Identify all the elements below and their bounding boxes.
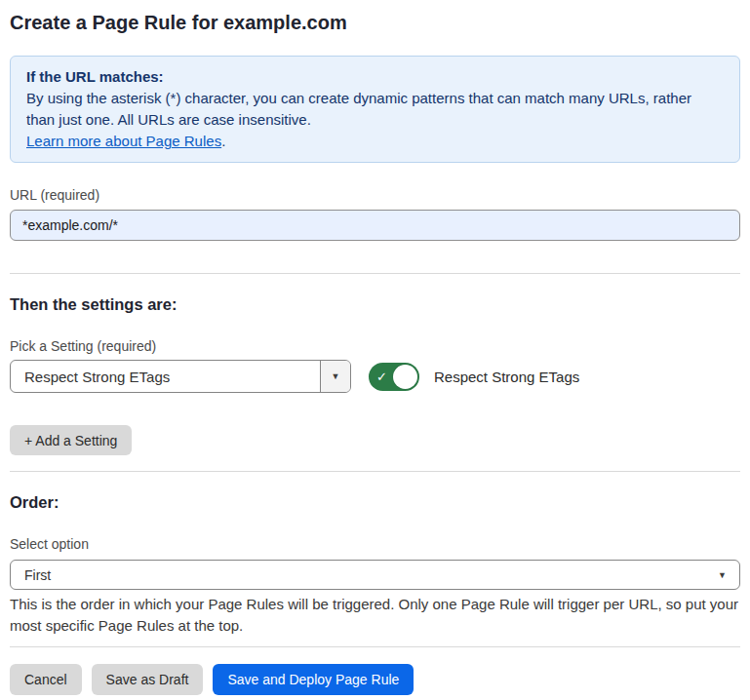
action-buttons: Cancel Save as Draft Save and Deploy Pag… <box>10 664 740 695</box>
page-title: Create a Page Rule for example.com <box>10 10 740 35</box>
add-setting-button[interactable]: + Add a Setting <box>10 425 132 455</box>
settings-section-heading: Then the settings are: <box>10 294 740 314</box>
section-divider <box>10 471 740 472</box>
url-field-label: URL (required) <box>10 186 740 204</box>
footer-divider <box>10 646 740 647</box>
chevron-down-icon: ▼ <box>332 372 340 381</box>
setting-select-value: Respect Strong ETags <box>11 369 320 385</box>
check-icon: ✓ <box>376 370 387 383</box>
setting-toggle[interactable]: ✓ <box>369 363 419 391</box>
cancel-button[interactable]: Cancel <box>10 664 82 695</box>
setting-row: Respect Strong ETags ▼ ✓ Respect Strong … <box>10 360 740 393</box>
info-box-link-line: Learn more about Page Rules. <box>26 131 724 152</box>
save-draft-button[interactable]: Save as Draft <box>92 664 204 695</box>
link-suffix: . <box>221 133 225 149</box>
section-divider <box>10 273 740 274</box>
setting-select[interactable]: Respect Strong ETags ▼ <box>10 360 351 393</box>
url-match-info-box: If the URL matches: By using the asteris… <box>10 56 740 163</box>
url-input[interactable] <box>10 210 740 241</box>
order-select[interactable]: First ▼ <box>10 560 740 590</box>
save-deploy-button[interactable]: Save and Deploy Page Rule <box>213 664 414 695</box>
order-select-label: Select option <box>10 535 740 553</box>
order-section-heading: Order: <box>10 492 740 512</box>
info-box-body: By using the asterisk (*) character, you… <box>26 88 724 131</box>
toggle-knob <box>393 365 417 389</box>
learn-more-link[interactable]: Learn more about Page Rules <box>26 133 221 149</box>
toggle-label: Respect Strong ETags <box>434 369 579 385</box>
setting-select-arrow-button[interactable]: ▼ <box>320 361 350 392</box>
chevron-down-icon: ▼ <box>718 570 727 579</box>
info-box-heading: If the URL matches: <box>26 66 724 88</box>
order-select-value: First <box>11 567 739 583</box>
setting-picker-label: Pick a Setting (required) <box>10 337 740 355</box>
page-rule-form: Create a Page Rule for example.com If th… <box>0 0 750 695</box>
order-help-text: This is the order in which your Page Rul… <box>10 594 740 637</box>
